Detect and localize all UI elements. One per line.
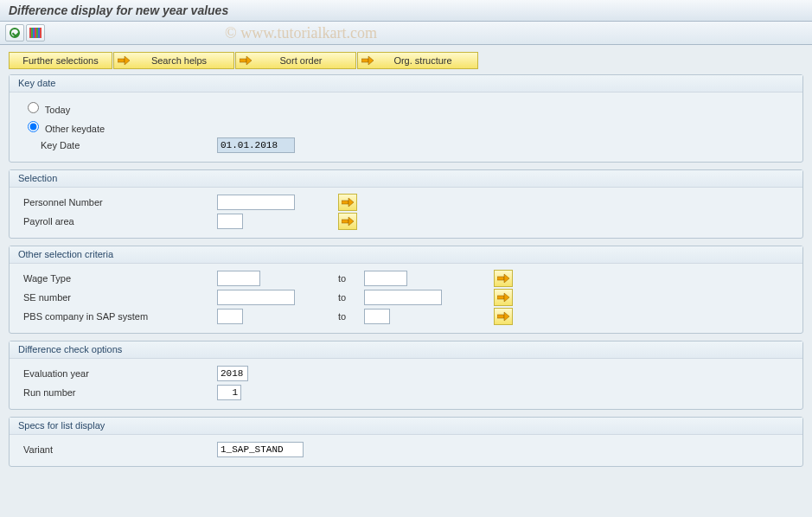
today-label: Today [45,105,70,115]
search-helps-button[interactable]: Search helps [113,52,234,69]
run-number-label: Run number [18,387,217,398]
pbs-company-label: PBS company in SAP system [18,311,217,322]
arrow-icon [497,273,509,284]
to-label: to [338,311,346,322]
group-legend: Key date [10,75,802,93]
wage-type-from-input[interactable] [217,271,260,286]
today-radio-row[interactable]: Today [18,99,217,115]
payroll-area-label: Payroll area [18,216,217,227]
group-difference-check: Difference check options Evaluation year… [9,341,803,410]
search-helps-label: Search helps [151,55,207,66]
payroll-area-multi-button[interactable] [338,213,357,230]
org-structure-button[interactable]: Org. structure [357,52,478,69]
group-legend: Other selection criteria [10,246,802,264]
group-legend: Specs for list display [10,418,802,435]
se-number-multi-button[interactable] [494,289,513,306]
top-button-row: Further selections Search helps Sort ord… [9,52,803,69]
wage-type-multi-button[interactable] [494,270,513,287]
key-date-label: Key Date [18,140,217,150]
to-label: to [338,273,346,284]
to-label: to [338,292,346,303]
today-radio[interactable] [28,102,39,113]
key-date-input[interactable] [217,137,295,153]
arrow-icon [497,311,509,322]
wage-type-label: Wage Type [18,273,217,284]
group-legend: Difference check options [10,341,802,359]
evaluation-year-input[interactable] [217,366,248,381]
personnel-number-multi-button[interactable] [338,194,357,211]
pbs-company-to-input[interactable] [364,309,390,324]
evaluation-year-label: Evaluation year [18,368,217,379]
wage-type-to-input[interactable] [364,271,407,286]
pbs-company-multi-button[interactable] [494,308,513,325]
other-keydate-radio[interactable] [28,121,39,132]
org-structure-label: Org. structure [393,55,451,66]
se-number-label: SE number [18,292,217,303]
toolbar [0,22,812,45]
variant-label: Variant [18,444,217,455]
pbs-company-from-input[interactable] [217,309,243,324]
arrow-icon [497,292,509,303]
arrow-icon [342,197,354,207]
arrow-icon [240,55,252,66]
other-keydate-label: Other keydate [45,124,105,134]
further-selections-button[interactable]: Further selections [9,52,112,69]
se-number-to-input[interactable] [364,290,442,305]
group-other-criteria: Other selection criteria Wage Type to SE… [9,246,803,334]
execute-button[interactable] [5,24,24,41]
stripe-icon [29,28,42,38]
personnel-number-input[interactable] [217,195,295,210]
content-area: Further selections Search helps Sort ord… [0,45,812,476]
variant-button[interactable] [26,24,45,41]
arrow-icon [342,216,354,227]
sort-order-button[interactable]: Sort order [235,52,356,69]
group-specs-list: Specs for list display Variant [9,417,803,467]
page-title: Difference display for new year values [0,0,812,22]
payroll-area-input[interactable] [217,214,243,229]
sort-order-label: Sort order [280,55,323,66]
group-legend: Selection [10,170,802,188]
arrow-icon [118,55,130,66]
variant-input[interactable] [217,442,304,457]
other-keydate-radio-row[interactable]: Other keydate [18,118,217,134]
group-selection: Selection Personnel Number Payroll area [9,169,803,239]
execute-icon [10,28,20,38]
group-key-date: Key date Today Other keydate Key Date [9,74,803,163]
personnel-number-label: Personnel Number [18,197,217,207]
se-number-from-input[interactable] [217,290,295,305]
run-number-input[interactable] [217,385,241,400]
arrow-icon [361,55,374,66]
